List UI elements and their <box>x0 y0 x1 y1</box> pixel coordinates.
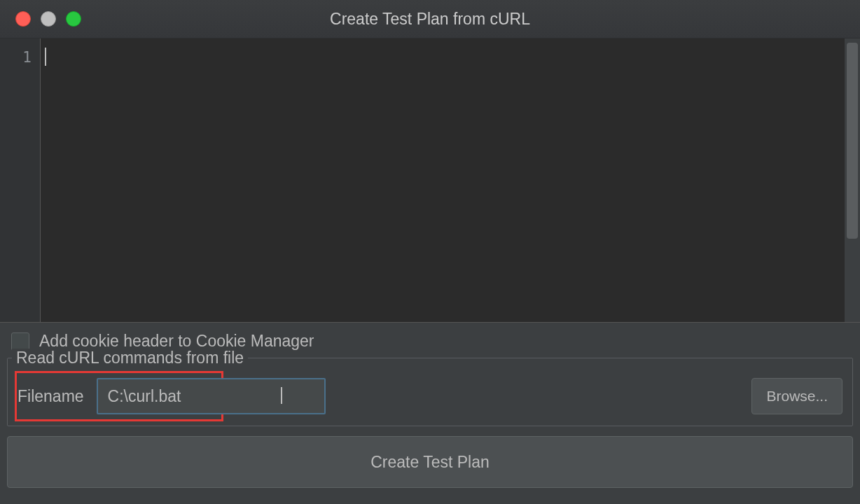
titlebar: Create Test Plan from cURL <box>0 0 860 38</box>
code-editor[interactable] <box>41 38 845 322</box>
editor-area: 1 <box>0 38 860 323</box>
vertical-scrollbar[interactable] <box>845 38 860 322</box>
editor-caret <box>45 48 46 66</box>
read-from-file-group: Read cURL commands from file Filename Br… <box>7 358 853 426</box>
cookie-checkbox-label: Add cookie header to Cookie Manager <box>39 332 314 351</box>
window-controls <box>15 11 81 27</box>
cookie-header-checkbox[interactable] <box>11 332 29 351</box>
create-test-plan-button[interactable]: Create Test Plan <box>7 436 853 488</box>
line-gutter: 1 <box>0 38 41 322</box>
line-number: 1 <box>0 49 32 66</box>
filename-label: Filename <box>18 387 90 406</box>
file-row: Filename Browse... <box>18 378 842 414</box>
text-cursor <box>281 387 282 404</box>
filename-input[interactable] <box>97 378 326 414</box>
file-group-legend: Read cURL commands from file <box>12 349 248 368</box>
minimize-window-button[interactable] <box>41 11 56 27</box>
window-title: Create Test Plan from cURL <box>0 10 860 29</box>
browse-button[interactable]: Browse... <box>751 378 842 414</box>
maximize-window-button[interactable] <box>66 11 81 27</box>
close-window-button[interactable] <box>15 11 31 27</box>
bottom-panel: Add cookie header to Cookie Manager Read… <box>0 323 860 495</box>
scroll-thumb[interactable] <box>847 43 858 239</box>
